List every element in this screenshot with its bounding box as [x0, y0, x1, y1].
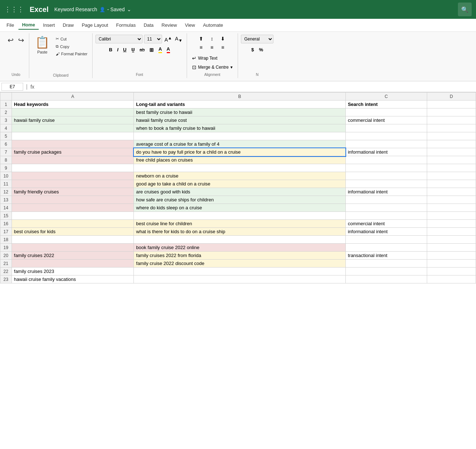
table-cell[interactable]	[12, 196, 134, 204]
function-icon[interactable]: fx	[30, 84, 34, 90]
table-cell[interactable]	[427, 252, 476, 260]
table-cell[interactable]	[427, 275, 476, 283]
table-cell[interactable]	[12, 132, 134, 140]
table-cell[interactable]	[345, 172, 427, 180]
table-cell[interactable]	[427, 164, 476, 172]
table-cell[interactable]	[12, 156, 134, 164]
table-cell[interactable]	[427, 108, 476, 116]
italic-button[interactable]: I	[115, 46, 120, 53]
format-painter-button[interactable]: 🖌 Format Painter	[54, 51, 89, 57]
cut-button[interactable]: ✂ Cut	[54, 35, 89, 42]
table-cell[interactable]: Search intent	[345, 101, 427, 108]
strikethrough-button[interactable]: ab	[138, 46, 146, 53]
table-cell[interactable]	[427, 188, 476, 196]
increase-font-size-button[interactable]: A▲	[163, 35, 173, 43]
table-cell[interactable]	[12, 108, 134, 116]
align-right-button[interactable]: ≡	[218, 43, 228, 51]
search-button[interactable]: 🔍	[458, 3, 472, 16]
table-cell[interactable]	[134, 164, 345, 172]
table-cell[interactable]: informational intent	[345, 228, 427, 236]
table-cell[interactable]	[427, 124, 476, 132]
apps-icon[interactable]: ⋮⋮⋮	[4, 5, 24, 13]
menu-draw[interactable]: Draw	[59, 21, 77, 29]
row-header[interactable]: 17	[0, 228, 12, 236]
table-cell[interactable]	[427, 132, 476, 140]
fill-color-button[interactable]: A	[157, 46, 163, 54]
table-cell[interactable]: family cruise packages	[12, 148, 134, 156]
table-cell[interactable]	[427, 101, 476, 108]
table-cell[interactable]	[12, 172, 134, 180]
table-cell[interactable]	[345, 140, 427, 148]
border-button[interactable]: ⊞	[148, 46, 156, 54]
table-cell[interactable]	[134, 132, 345, 140]
align-left-button[interactable]: ≡	[196, 43, 206, 51]
copy-button[interactable]: ⧉ Copy	[54, 43, 89, 50]
menu-home[interactable]: Home	[18, 21, 39, 30]
row-header[interactable]: 21	[0, 260, 12, 268]
row-header[interactable]: 16	[0, 220, 12, 228]
row-header[interactable]: 9	[0, 164, 12, 172]
row-header[interactable]: 13	[0, 196, 12, 204]
merge-dropdown-icon[interactable]: ▾	[230, 65, 233, 70]
wrap-text-button[interactable]: ↵ Wrap Text	[190, 54, 235, 62]
table-cell[interactable]	[12, 212, 134, 220]
table-cell[interactable]	[345, 244, 427, 252]
table-cell[interactable]	[427, 156, 476, 164]
table-cell[interactable]	[345, 132, 427, 140]
redo-button[interactable]: ↪	[16, 35, 26, 46]
currency-button[interactable]: $	[250, 46, 256, 53]
table-cell[interactable]	[12, 244, 134, 252]
table-cell[interactable]	[12, 180, 134, 188]
row-header[interactable]: 7	[0, 148, 12, 156]
table-cell[interactable]	[134, 236, 345, 244]
table-cell[interactable]: book family cruise 2022 online	[134, 244, 345, 252]
align-bottom-button[interactable]: ⬇	[218, 35, 228, 43]
row-header[interactable]: 23	[0, 275, 12, 283]
row-header[interactable]: 15	[0, 212, 12, 220]
col-header-d[interactable]: D	[427, 93, 476, 101]
table-cell[interactable]	[12, 204, 134, 212]
table-cell[interactable]	[427, 116, 476, 124]
table-cell[interactable]: best family cruise to hawaii	[134, 108, 345, 116]
table-cell[interactable]	[345, 260, 427, 268]
cell-reference-input[interactable]	[1, 83, 23, 91]
row-header[interactable]: 20	[0, 252, 12, 260]
table-cell[interactable]	[427, 212, 476, 220]
row-header[interactable]: 3	[0, 116, 12, 124]
table-cell[interactable]	[134, 212, 345, 220]
table-cell[interactable]	[427, 172, 476, 180]
table-cell[interactable]: hawaii family cruise cost	[134, 116, 345, 124]
double-underline-button[interactable]: U̲	[129, 47, 137, 53]
table-cell[interactable]: do you have to pay full price for a chil…	[134, 148, 345, 156]
table-cell[interactable]: best cruises for kids	[12, 228, 134, 236]
table-cell[interactable]: good age to take a child on a cruise	[134, 180, 345, 188]
menu-automate[interactable]: Automate	[199, 21, 227, 29]
row-header[interactable]: 14	[0, 204, 12, 212]
row-header[interactable]: 22	[0, 268, 12, 275]
table-cell[interactable]	[12, 164, 134, 172]
table-cell[interactable]: family cruises 2022 from florida	[134, 252, 345, 260]
table-cell[interactable]: newborn on a cruise	[134, 172, 345, 180]
table-cell[interactable]	[427, 148, 476, 156]
table-cell[interactable]	[345, 268, 427, 275]
table-cell[interactable]	[427, 244, 476, 252]
row-header[interactable]: 8	[0, 156, 12, 164]
menu-data[interactable]: Data	[140, 21, 157, 29]
table-cell[interactable]: informational intent	[345, 188, 427, 196]
align-middle-button[interactable]: ↕	[207, 35, 217, 43]
table-cell[interactable]: free child places on cruises	[134, 156, 345, 164]
formula-input[interactable]	[36, 83, 475, 91]
paste-button[interactable]: 📋 Paste	[32, 35, 52, 55]
table-cell[interactable]: transactional intent	[345, 252, 427, 260]
table-cell[interactable]	[427, 236, 476, 244]
table-cell[interactable]: family friendly cruises	[12, 188, 134, 196]
table-cell[interactable]: Long-tail and variants	[134, 101, 345, 108]
table-cell[interactable]	[12, 220, 134, 228]
corner-cell[interactable]	[0, 93, 12, 101]
table-cell[interactable]	[427, 196, 476, 204]
table-cell[interactable]: family cruises 2023	[12, 268, 134, 275]
table-cell[interactable]	[345, 204, 427, 212]
table-cell[interactable]	[345, 236, 427, 244]
table-cell[interactable]: hawaii family cruise	[12, 116, 134, 124]
table-cell[interactable]: what is there for kids to do on a cruise…	[134, 228, 345, 236]
